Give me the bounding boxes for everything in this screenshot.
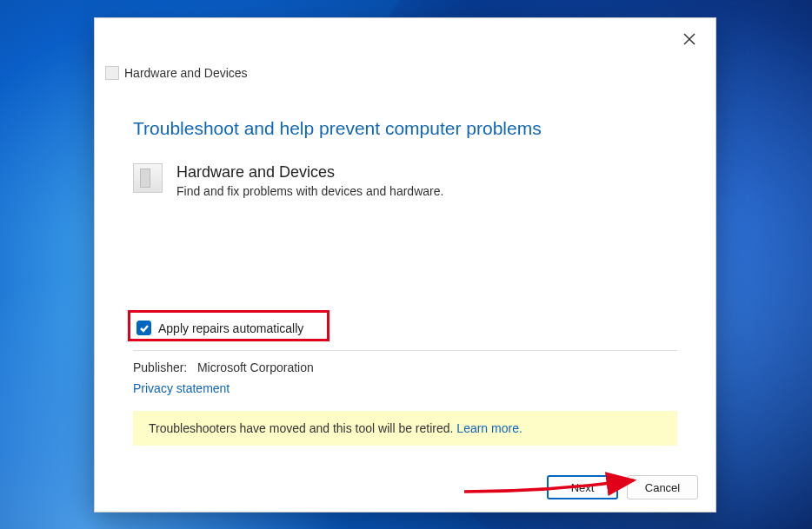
- next-button[interactable]: Next: [547, 475, 618, 499]
- learn-more-link[interactable]: Learn more.: [456, 421, 522, 435]
- apply-repairs-checkbox[interactable]: [136, 321, 151, 335]
- apply-repairs-label[interactable]: Apply repairs automatically: [158, 321, 303, 335]
- cancel-button[interactable]: Cancel: [627, 475, 698, 499]
- device-name: Hardware and Devices: [176, 163, 443, 182]
- troubleshooter-dialog: Hardware and Devices Troubleshoot and he…: [94, 17, 716, 512]
- privacy-statement-link[interactable]: Privacy statement: [133, 381, 230, 395]
- window-title: Hardware and Devices: [124, 66, 248, 80]
- publisher-value: Microsoft Corporation: [197, 360, 314, 374]
- dialog-header: Hardware and Devices: [105, 66, 248, 80]
- device-description: Find and fix problems with devices and h…: [176, 184, 443, 198]
- apply-repairs-row[interactable]: Apply repairs automatically: [133, 315, 310, 341]
- publisher-row: Publisher: Microsoft Corporation: [133, 360, 314, 374]
- device-section: Hardware and Devices Find and fix proble…: [133, 163, 677, 198]
- retirement-notice: Troubleshooters have moved and this tool…: [133, 411, 677, 446]
- close-icon: [682, 32, 696, 46]
- close-button[interactable]: [682, 32, 700, 50]
- hardware-icon: [133, 163, 163, 193]
- troubleshooter-icon: [105, 66, 119, 80]
- divider: [133, 350, 677, 351]
- check-icon: [139, 323, 150, 334]
- page-title: Troubleshoot and help prevent computer p…: [133, 118, 677, 139]
- dialog-footer: Next Cancel: [547, 475, 698, 499]
- retirement-notice-text: Troubleshooters have moved and this tool…: [149, 421, 456, 435]
- publisher-label: Publisher:: [133, 360, 187, 374]
- dialog-body: Troubleshoot and help prevent computer p…: [133, 118, 677, 198]
